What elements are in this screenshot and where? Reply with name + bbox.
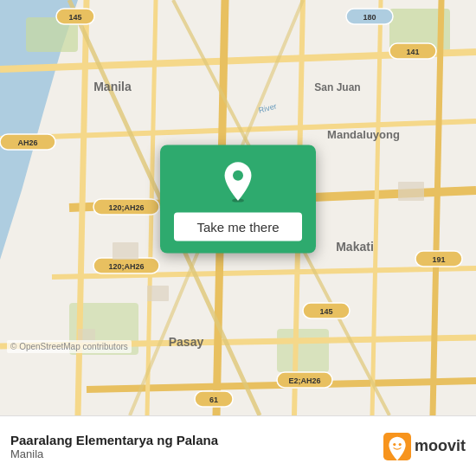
svg-point-53 [233, 170, 243, 181]
map-container: 120;AH26 120;AH26 AH26 141 191 145 E2;AH… [0, 0, 476, 415]
svg-text:180: 180 [363, 13, 376, 22]
place-city: Manila [10, 447, 218, 460]
location-pin-icon [217, 161, 259, 203]
svg-text:Mandaluyong: Mandaluyong [327, 128, 400, 141]
svg-point-55 [393, 443, 396, 446]
moovit-brand-icon [383, 433, 411, 460]
location-info: Paaralang Elementarya ng Palana Manila [10, 433, 218, 460]
overlay-card: Take me there [160, 145, 316, 254]
svg-text:AH26: AH26 [17, 138, 37, 147]
svg-rect-47 [147, 286, 169, 301]
svg-point-56 [399, 443, 402, 446]
svg-text:San Juan: San Juan [314, 81, 360, 93]
svg-rect-49 [398, 182, 424, 201]
svg-text:120;AH26: 120;AH26 [108, 203, 144, 212]
moovit-brand-text: moovit [415, 437, 466, 455]
copyright-text: © OpenStreetMap contributors [7, 340, 132, 353]
svg-rect-6 [277, 329, 329, 372]
place-name: Paaralang Elementarya ng Palana [10, 433, 218, 447]
svg-text:141: 141 [406, 48, 419, 56]
take-me-there-button[interactable]: Take me there [174, 213, 302, 241]
svg-text:191: 191 [432, 255, 445, 264]
svg-text:Pasay: Pasay [169, 335, 204, 349]
svg-text:Makati: Makati [336, 240, 374, 254]
svg-text:145: 145 [319, 307, 332, 316]
svg-text:145: 145 [68, 13, 81, 22]
svg-text:Manila: Manila [93, 80, 132, 93]
svg-text:61: 61 [209, 396, 218, 404]
bottom-bar: Paaralang Elementarya ng Palana Manila m… [0, 415, 476, 476]
svg-text:E2;AH26: E2;AH26 [288, 376, 320, 385]
svg-text:120;AH26: 120;AH26 [108, 262, 144, 271]
moovit-logo: moovit [383, 433, 466, 460]
svg-rect-46 [113, 242, 138, 260]
